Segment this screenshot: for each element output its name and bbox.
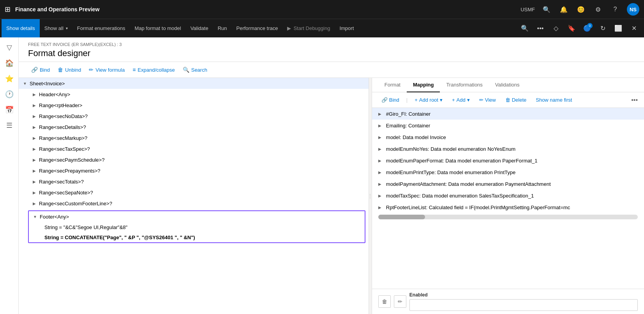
main-content: FREE TEXT INVOICE (ER SAMPLE)(EXCEL) : 3… xyxy=(19,37,644,314)
tree-item-secPaymSchedule[interactable]: ▶ Range<secPaymSchedule>? xyxy=(19,154,369,165)
tree-item-footer-string2[interactable]: String = CONCATENATE("Page", " &P ", "@S… xyxy=(29,232,365,242)
right-view-button[interactable]: ✏ View xyxy=(476,95,499,104)
right-tree-item-giro[interactable]: ▶ #Giro_FI: Container xyxy=(372,108,644,120)
chevron-modelEnumNoYes: ▶ xyxy=(378,147,384,151)
sidebar-favorites-icon[interactable]: ⭐ xyxy=(2,72,16,86)
app-grid-icon[interactable]: ⊞ xyxy=(5,5,11,14)
format-enumerations-button[interactable]: Format enumerations xyxy=(72,19,130,38)
tree-item-secNoData[interactable]: ▶ Range<secNoData>? xyxy=(19,111,369,122)
view-formula-button[interactable]: ✏ View formula xyxy=(86,65,128,74)
right-tree-item-modelEnumNoYes[interactable]: ▶ modelEnumNoYes: Data model enumeration… xyxy=(372,143,644,155)
show-details-button[interactable]: Show details xyxy=(2,19,40,38)
search-button[interactable]: 🔍 Search xyxy=(180,65,210,74)
tab-mapping[interactable]: Mapping xyxy=(407,78,440,92)
sidebar-recent-icon[interactable]: 🕐 xyxy=(2,87,16,101)
expand-collapse-button[interactable]: ≡ Expand/collapse xyxy=(129,65,178,74)
horizontal-scrollbar[interactable] xyxy=(378,215,638,219)
sidebar-filter-icon[interactable]: ▽ xyxy=(2,41,16,55)
bind-label: Bind xyxy=(40,67,50,73)
tab-transformations[interactable]: Transformations xyxy=(440,78,489,92)
sidebar-menu-icon[interactable]: ☰ xyxy=(2,118,16,132)
sidebar-calendar-icon[interactable]: 📅 xyxy=(2,103,16,117)
resize-handle[interactable]: ⋮ xyxy=(369,78,372,314)
start-debugging-button[interactable]: ▶ Start Debugging xyxy=(282,19,335,38)
right-tree-item-modelEnumPaperFormat[interactable]: ▶ modelEnumPaperFormat: Data model enume… xyxy=(372,155,644,166)
tab-validations[interactable]: Validations xyxy=(489,78,526,92)
right-more-icon[interactable]: ••• xyxy=(631,97,638,104)
modelEnumNoYes-label: modelEnumNoYes: Data model enumeration N… xyxy=(386,146,515,152)
unbind-button[interactable]: 🗑 Unbind xyxy=(55,65,84,74)
cmd-close-icon[interactable]: ✕ xyxy=(627,21,641,35)
cmd-more-icon[interactable]: ••• xyxy=(533,21,547,35)
cmd-restore-icon[interactable]: ⬜ xyxy=(611,21,625,35)
tree-item-secSepaNote[interactable]: ▶ Range<secSepaNote>? xyxy=(19,187,369,198)
tree-item-secCustomFooterLine[interactable]: ▶ Range<secCustomFooterLine>? xyxy=(19,198,369,209)
bottom-delete-button[interactable]: 🗑 xyxy=(378,295,391,308)
settings-icon[interactable]: ⚙ xyxy=(593,4,603,15)
tree-item-secDetails[interactable]: ▶ Range<secDetails>? xyxy=(19,122,369,132)
bind-button[interactable]: 🔗 Bind xyxy=(28,65,53,74)
cmd-right-icons: 🔍 ••• ◇ 🔖 🔵 0 ↻ ⬜ ✕ xyxy=(518,21,641,35)
performance-trace-button[interactable]: Performance trace xyxy=(232,19,283,38)
notification-icon[interactable]: 🔔 xyxy=(558,4,569,15)
enabled-input[interactable] xyxy=(409,299,638,311)
secNoData-label: Range<secNoData>? xyxy=(39,113,88,119)
tree-item-secMarkup[interactable]: ▶ Range<secMarkup>? xyxy=(19,132,369,143)
run-button[interactable]: Run xyxy=(213,19,232,38)
right-toolbar: 🔗 Bind | + Add root ▾ + Add ▾ xyxy=(372,92,644,108)
tree-item-header[interactable]: ▶ Header<Any> xyxy=(19,89,369,100)
chevron-footer: ▼ xyxy=(32,213,38,220)
right-tree-item-modelPaymentAttachment[interactable]: ▶ modelPaymentAttachment: Data model enu… xyxy=(372,178,644,190)
delete-button[interactable]: 🗑 Delete xyxy=(502,95,530,104)
right-tree-item-modelTaxSpec[interactable]: ▶ modelTaxSpec: Data model enumeration S… xyxy=(372,190,644,201)
secCustomFooterLine-label: Range<secCustomFooterLine>? xyxy=(39,201,112,206)
add-root-button[interactable]: + Add root ▾ xyxy=(411,95,446,104)
cmd-diamond-icon[interactable]: ◇ xyxy=(549,21,563,35)
nav-icons-group: USMF 🔍 🔔 😊 ⚙ ? NS xyxy=(520,3,639,16)
chevron-modelPaymentAttachment: ▶ xyxy=(378,182,384,186)
help-icon[interactable]: ? xyxy=(610,4,621,15)
tree-item-sheet[interactable]: ▼ Sheet<Invoice> xyxy=(19,78,369,89)
tree-item-footer[interactable]: ▼ Footer<Any> xyxy=(29,211,365,222)
format-toolbar: 🔗 Bind 🗑 Unbind ✏ View formula ≡ Expand/… xyxy=(19,62,644,78)
tree-item-secTotals[interactable]: ▶ Range<secTotals>? xyxy=(19,176,369,187)
right-tree-item-model[interactable]: ▶ model: Data model Invoice xyxy=(372,131,644,143)
right-bind-button[interactable]: 🔗 Bind xyxy=(378,95,402,104)
chevron-modelTaxSpec: ▶ xyxy=(378,194,384,198)
show-name-first-button[interactable]: Show name first xyxy=(533,95,575,104)
right-tree-item-rptFooterLineList[interactable]: ▶ RptFooterLineList: Calculated field = … xyxy=(372,201,644,213)
footer-label: Footer<Any> xyxy=(40,214,69,220)
right-tree-item-modelEnumPrintType[interactable]: ▶ modelEnumPrintType: Data model enumera… xyxy=(372,166,644,178)
footer-group-box: ▼ Footer<Any> String = "&C&"Segoe UI,Reg… xyxy=(28,210,365,243)
rptFooterLineList-label: RptFooterLineList: Calculated field = IF… xyxy=(386,205,570,210)
bottom-edit-button[interactable]: ✏ xyxy=(394,295,406,308)
map-format-button[interactable]: Map format to model xyxy=(130,19,185,38)
add-icon: + xyxy=(452,97,455,103)
tab-format[interactable]: Format xyxy=(378,78,407,92)
expand-icon: ≡ xyxy=(132,67,136,73)
add-dropdown-icon: ▾ xyxy=(467,97,470,103)
modelEnumPrintType-label: modelEnumPrintType: Data model enumerati… xyxy=(386,169,515,175)
cmd-bookmark-icon[interactable]: 🔖 xyxy=(565,21,579,35)
right-tree-item-emailing[interactable]: ▶ Emailing: Container xyxy=(372,120,644,131)
tree-item-footer-string1[interactable]: String = "&C&"Segoe UI,Regular"&8" xyxy=(29,222,365,232)
sidebar-home-icon[interactable]: 🏠 xyxy=(2,56,16,70)
tree-item-secTaxSpec[interactable]: ▶ Range<secTaxSpec>? xyxy=(19,143,369,154)
cmd-refresh-icon[interactable]: ↻ xyxy=(596,21,610,35)
search-nav-icon[interactable]: 🔍 xyxy=(541,4,552,15)
validate-button[interactable]: Validate xyxy=(186,19,213,38)
cmd-search-icon[interactable]: 🔍 xyxy=(518,21,532,35)
chevron-giro: ▶ xyxy=(378,112,384,116)
add-button[interactable]: + Add ▾ xyxy=(449,95,473,104)
face-icon[interactable]: 😊 xyxy=(575,4,586,15)
user-avatar[interactable]: NS xyxy=(627,3,639,16)
add-root-icon: + xyxy=(415,97,418,103)
tree-item-secPrepayments[interactable]: ▶ Range<secPrepayments>? xyxy=(19,165,369,176)
org-name: USMF xyxy=(520,7,535,12)
cmd-badge-icon[interactable]: 🔵 0 xyxy=(580,21,594,35)
tree-item-rptHeader[interactable]: ▶ Range<rptHeader> xyxy=(19,100,369,111)
unbind-icon: 🗑 xyxy=(58,67,63,73)
show-all-button[interactable]: Show all ▾ xyxy=(40,19,72,38)
top-nav-bar: ⊞ Finance and Operations Preview USMF 🔍 … xyxy=(0,0,644,19)
import-button[interactable]: Import xyxy=(335,19,358,38)
